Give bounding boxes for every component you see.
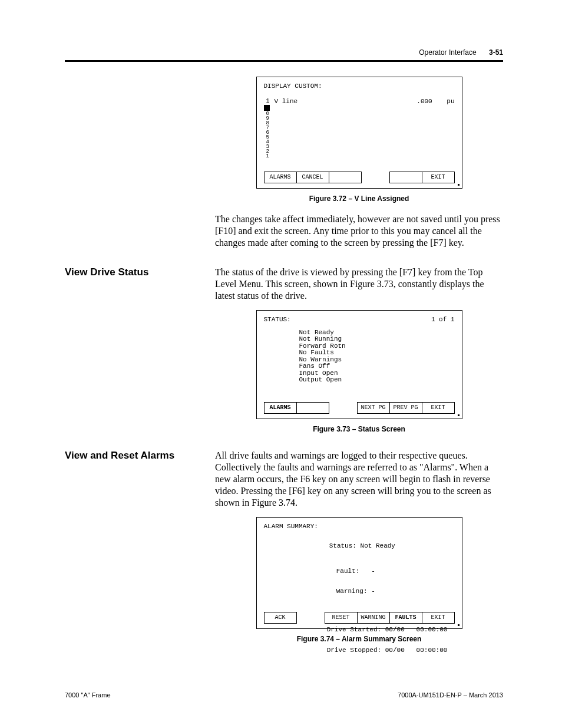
alarms-button[interactable]: ALARMS — [264, 402, 297, 414]
faults-button[interactable]: FAULTS — [389, 612, 422, 624]
alarms-button[interactable]: ALARMS — [264, 172, 297, 183]
section-view-drive-status: View Drive Status The status of the driv… — [65, 266, 503, 433]
running-header: Operator Interface 3-51 — [419, 48, 503, 57]
manual-page: Operator Interface 3-51 DISPLAY CUSTOM: … — [0, 0, 562, 728]
warning-line: Warning: - — [290, 582, 455, 602]
section-view-reset-alarms: View and Reset Alarms All drive faults a… — [65, 450, 503, 643]
figure-72-caption: Figure 3.72 – V Line Assigned — [215, 195, 503, 203]
screen-body: 1 0987654321 V line .000 pu — [264, 98, 455, 159]
corner-dot-icon — [458, 414, 459, 416]
softkey-row: ALARMS CANCEL EXIT — [264, 172, 455, 183]
line-numbers: 0987654321 — [265, 111, 270, 158]
screen-title: DISPLAY CUSTOM: — [264, 83, 455, 90]
fault-value: - — [371, 568, 375, 575]
status-summary: Status: Not Ready — [283, 536, 455, 557]
drive-stopped-time: 00:00:00 — [416, 647, 448, 654]
figure-72-wrap: DISPLAY CUSTOM: 1 0987654321 V line .000… — [215, 77, 503, 203]
alarm-summary-screen: ALARM SUMMARY: Status: Not Ready Fault: … — [256, 517, 462, 629]
prev-pg-button[interactable]: PREV PG — [389, 402, 422, 414]
status-value: Not Ready — [361, 542, 395, 549]
drive-stopped-date: 00/00 — [385, 647, 405, 654]
reset-button[interactable]: RESET — [325, 612, 358, 624]
fault-line: Fault: - — [290, 561, 455, 582]
drive-started-time: 00:00:00 — [416, 626, 448, 633]
figure-73-caption: Figure 3.73 – Status Screen — [215, 425, 503, 433]
cancel-button[interactable]: CANCEL — [296, 172, 329, 183]
warning-label: Warning: — [336, 588, 368, 595]
display-custom-screen: DISPLAY CUSTOM: 1 0987654321 V line .000… — [256, 77, 462, 189]
blank-button-3[interactable] — [329, 172, 362, 183]
section-heading: View Drive Status — [65, 266, 212, 278]
page-footer: 7000 "A" Frame 7000A-UM151D-EN-P – March… — [65, 691, 503, 699]
param-value: .000 — [416, 98, 432, 105]
header-chapter: Operator Interface — [419, 48, 476, 57]
param-readout: .000 pu — [416, 98, 454, 106]
corner-dot-icon — [458, 624, 459, 626]
exit-button[interactable]: EXIT — [422, 402, 455, 414]
body-paragraph: The changes take affect immediately, how… — [215, 213, 503, 249]
warning-value: - — [371, 588, 375, 595]
drive-started-label: Drive Started: — [327, 626, 381, 633]
softkey-row: ACK RESET WARNING FAULTS EXIT — [264, 612, 455, 624]
exit-button[interactable]: EXIT — [422, 612, 455, 624]
section-heading: View and Reset Alarms — [65, 450, 212, 462]
softkey-row: ALARMS NEXT PG PREV PG EXIT — [264, 402, 455, 414]
screen-title: STATUS: — [264, 317, 291, 324]
page-indicator: 1 of 1 — [431, 317, 455, 324]
header-rule — [65, 60, 503, 62]
param-row: 1 0987654321 V line .000 pu — [264, 98, 455, 159]
blank-button-4[interactable] — [389, 172, 422, 183]
footer-right: 7000A-UM151D-EN-P – March 2013 — [398, 691, 503, 699]
status-lines: Not Ready Not Running Forward Rotn No Fa… — [299, 330, 455, 384]
corner-dot-icon — [458, 184, 459, 186]
fault-label: Fault: — [336, 568, 360, 575]
blank-button-2[interactable] — [296, 402, 329, 414]
drive-stopped-line: Drive Stopped: 00/00 00:00:00 — [280, 640, 455, 661]
next-pg-button[interactable]: NEXT PG — [357, 402, 390, 414]
screen-title: ALARM SUMMARY: — [264, 523, 455, 531]
header-page-number: 3-51 — [489, 48, 503, 57]
param-label: V line — [275, 98, 298, 106]
status-screen: STATUS: 1 of 1 Not Ready Not Running For… — [256, 310, 462, 419]
body-paragraph: The status of the drive is viewed by pre… — [215, 266, 503, 302]
param-unit: pu — [447, 98, 454, 105]
body-paragraph: All drive faults and warnings are logged… — [215, 450, 503, 509]
drive-stopped-label: Drive Stopped: — [327, 647, 381, 654]
warning-button[interactable]: WARNING — [357, 612, 390, 624]
exit-button[interactable]: EXIT — [422, 172, 455, 183]
page-content: DISPLAY CUSTOM: 1 0987654321 V line .000… — [65, 77, 503, 681]
status-label: Status: — [329, 542, 356, 549]
cursor-icon — [264, 105, 270, 111]
footer-left: 7000 "A" Frame — [65, 691, 111, 699]
screen-title-row: STATUS: 1 of 1 — [264, 317, 455, 324]
ack-button[interactable]: ACK — [264, 612, 297, 624]
drive-started-date: 00/00 — [385, 626, 405, 633]
paragraph-block-1: The changes take affect immediately, how… — [215, 213, 503, 249]
